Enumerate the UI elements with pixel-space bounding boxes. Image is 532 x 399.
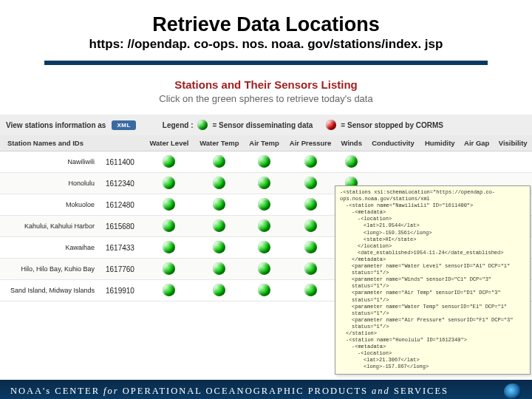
sensor-sphere-icon[interactable] — [163, 177, 175, 189]
station-name: Hilo, Hilo Bay, Kuhio Bay — [0, 259, 103, 280]
sensor-sphere-icon[interactable] — [163, 241, 175, 253]
sensor-sphere-icon[interactable] — [258, 155, 270, 168]
sensor-sphere-icon[interactable] — [304, 262, 317, 275]
col-water-level: Water Level — [144, 135, 194, 151]
sensor-sphere-icon[interactable] — [258, 198, 270, 211]
xml-line: -<stations xsi:schemaLocation="https://o… — [340, 189, 525, 202]
sensor-cell — [284, 194, 337, 216]
sensor-sphere-icon[interactable] — [304, 155, 317, 168]
sensor-cell — [194, 151, 245, 173]
sensor-sphere-icon[interactable] — [258, 241, 270, 253]
view-as-label: View stations information as — [6, 121, 106, 129]
sensor-cell — [245, 151, 284, 173]
sensor-sphere-icon[interactable] — [163, 155, 175, 168]
xml-line: </station> — [340, 330, 525, 337]
sensor-sphere-icon[interactable] — [258, 177, 270, 189]
sensor-sphere-icon[interactable] — [304, 198, 317, 211]
sensor-cell — [245, 194, 284, 216]
xml-button[interactable]: XML — [112, 120, 135, 130]
sensor-cell — [194, 216, 245, 237]
sensor-sphere-icon[interactable] — [304, 177, 317, 189]
station-id: 1619910 — [103, 280, 144, 301]
sensor-sphere-icon[interactable] — [213, 262, 225, 275]
sensor-cell — [144, 280, 194, 301]
sensor-sphere-icon[interactable] — [213, 155, 225, 168]
xml-line: -<metadata> — [340, 344, 525, 350]
sensor-cell — [245, 259, 284, 280]
sensor-cell — [144, 173, 194, 194]
sensor-sphere-icon[interactable] — [163, 262, 175, 275]
xml-line: <state>HI</state> — [340, 236, 525, 243]
col-water-temp: Water Temp — [194, 135, 245, 151]
sensor-cell — [194, 259, 245, 280]
station-id: 1612480 — [103, 194, 144, 216]
sensor-sphere-icon[interactable] — [258, 284, 270, 296]
sensor-cell — [144, 237, 194, 259]
xml-line: <parameter name="Winds" sensorID="C1" DC… — [340, 276, 525, 290]
station-name: Kahului, Kahului Harbor — [0, 216, 103, 237]
sensor-sphere-icon[interactable] — [163, 219, 175, 232]
listing-subheading: Click on the green spheres to retrieve t… — [0, 93, 532, 104]
sensor-sphere-icon[interactable] — [304, 284, 317, 296]
listing-heading: Stations and Their Sensors Listing — [0, 78, 532, 91]
sensor-cell — [494, 151, 532, 173]
sensor-sphere-icon[interactable] — [213, 219, 225, 232]
column-header-row: Station Names and IDs Water Level Water … — [0, 135, 532, 151]
sensor-cell — [366, 151, 420, 173]
xml-line: <date_established>1954-11-24</date_estab… — [340, 250, 525, 256]
sensor-sphere-icon[interactable] — [345, 155, 358, 168]
sensor-sphere-icon[interactable] — [163, 198, 175, 211]
xml-line: <parameter name="Water Temp" sensorID="E… — [340, 304, 525, 317]
legend-red-text: = Sensor stopped by CORMS — [341, 121, 443, 129]
sensor-cell — [144, 216, 194, 237]
footer-text: NOAA's CENTER for OPERATIONAL OCEANOGRAP… — [10, 386, 449, 397]
sensor-sphere-icon[interactable] — [258, 219, 270, 232]
xml-line: </metadata> — [340, 256, 525, 263]
slide-title: Retrieve Data Locations — [0, 13, 532, 36]
sensor-cell — [284, 151, 337, 173]
sensor-sphere-icon[interactable] — [213, 177, 225, 189]
sensor-sphere-icon[interactable] — [304, 241, 317, 253]
sensor-sphere-icon[interactable] — [258, 262, 270, 275]
station-id: 1611400 — [103, 151, 144, 173]
xml-tooltip: -<stations xsi:schemaLocation="https://o… — [335, 185, 531, 375]
sensor-cell — [194, 280, 245, 301]
xml-line: -<station name="Honolulu" ID="1612340"> — [340, 337, 525, 344]
sensor-cell — [144, 259, 194, 280]
sensor-cell — [245, 237, 284, 259]
sensor-cell — [460, 151, 494, 173]
xml-line: <lat>21.9544</lat> — [340, 222, 525, 229]
col-air-temp: Air Temp — [245, 135, 284, 151]
sensor-sphere-icon[interactable] — [213, 241, 225, 253]
station-id: 1617433 — [103, 237, 144, 259]
station-name: Mokuoloe — [0, 194, 103, 216]
sensor-sphere-icon[interactable] — [213, 198, 225, 211]
sensor-cell — [284, 259, 337, 280]
xml-line: <parameter name="Air Pressure" sensorID=… — [340, 317, 525, 330]
sensor-sphere-icon[interactable] — [304, 219, 317, 232]
xml-line: <parameter name="Air Temp" sensorID="D1"… — [340, 290, 525, 303]
sensor-cell — [284, 280, 337, 301]
footer-bar: NOAA's CENTER for OPERATIONAL OCEANOGRAP… — [0, 380, 532, 399]
xml-line: -<location> — [340, 350, 525, 357]
legend-label: Legend : — [163, 121, 194, 129]
col-conductivity: Conductivity — [366, 135, 420, 151]
sensor-sphere-icon[interactable] — [213, 284, 225, 296]
sensor-cell — [337, 151, 366, 173]
green-sphere-icon — [197, 120, 208, 130]
sensor-sphere-icon[interactable] — [163, 284, 175, 296]
station-id: 1612340 — [103, 173, 144, 194]
sensor-cell — [194, 237, 245, 259]
xml-line: -<location> — [340, 216, 525, 222]
station-name: Kawaihae — [0, 237, 103, 259]
col-air-pressure: Air Pressure — [284, 135, 337, 151]
col-visibility: Visibility — [494, 135, 532, 151]
col-station: Station Names and IDs — [0, 135, 144, 151]
sensor-cell — [284, 173, 337, 194]
station-id: 1617760 — [103, 259, 144, 280]
legend-green-text: = Sensor disseminating data — [212, 121, 313, 129]
station-id: 1615680 — [103, 216, 144, 237]
sensor-cell — [284, 216, 337, 237]
sensor-cell — [144, 194, 194, 216]
sensor-cell — [284, 237, 337, 259]
